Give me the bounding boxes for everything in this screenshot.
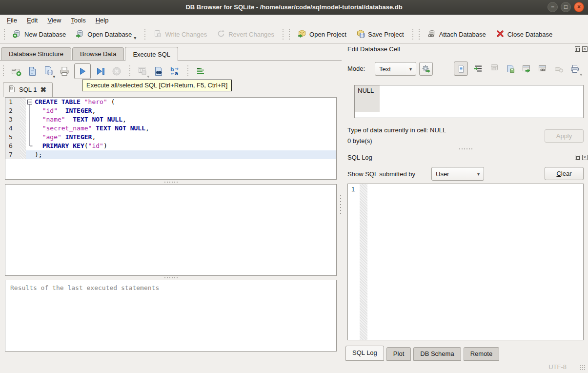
write-changes-icon	[153, 29, 162, 40]
execute-current-line-button[interactable]	[94, 65, 107, 78]
dock-tab-remote[interactable]: Remote	[464, 347, 500, 361]
gear-icon	[421, 64, 431, 74]
results-table-pane[interactable]	[5, 184, 337, 276]
menu-help[interactable]: Help	[91, 16, 114, 25]
open-project-button[interactable]: Open Project	[293, 27, 351, 42]
close-database-icon	[496, 29, 505, 40]
open-database-icon	[76, 29, 84, 40]
code-line[interactable]: 5 "age" INTEGER,	[5, 133, 336, 142]
dock-close-icon[interactable]: ×	[582, 46, 588, 52]
open-database-button[interactable]: Open Database ▾	[71, 27, 141, 42]
stop-button[interactable]	[110, 65, 123, 78]
mode-select[interactable]: Text ▾	[375, 62, 416, 76]
indent-icon	[473, 64, 483, 74]
code-line[interactable]: 1CREATE TABLE "hero" (	[5, 98, 336, 106]
open-sql-file-button[interactable]	[26, 65, 39, 78]
write-changes-button[interactable]: Write Changes	[149, 27, 211, 42]
sql-log-view[interactable]: 1	[347, 184, 584, 340]
log-filter-caret-icon: ▾	[477, 171, 480, 177]
dock-float-icon[interactable]	[575, 46, 580, 52]
menu-file[interactable]: File	[2, 16, 22, 25]
code-line[interactable]: 6 PRIMARY KEY("id")	[5, 142, 336, 150]
dock-tab-db-schema[interactable]: DB Schema	[413, 347, 461, 361]
save-sql-file-button[interactable]: ▾	[42, 65, 55, 78]
print-cell-button[interactable]	[569, 64, 581, 74]
code-line[interactable]: 4 "secret_name" TEXT NOT NULL,	[5, 124, 336, 133]
dock-tab-bar: SQL Log Plot DB Schema Remote	[345, 346, 499, 361]
export-data-button[interactable]	[505, 64, 516, 74]
save-results-button[interactable]: ▾	[136, 65, 149, 78]
clear-log-button[interactable]: Clear	[545, 167, 584, 180]
toolbar-handle[interactable]	[418, 29, 421, 41]
close-database-button[interactable]: Close Database	[491, 27, 557, 42]
sql-toolbar-separator	[128, 65, 131, 77]
document-icon	[457, 64, 466, 73]
results-splitter[interactable]	[5, 276, 337, 280]
dock-tab-sql-log[interactable]: SQL Log	[345, 346, 384, 361]
new-sql-tab-button[interactable]	[10, 65, 22, 78]
import-caret-icon: ▾	[580, 72, 582, 77]
encoding-indicator[interactable]: UTF-8	[548, 363, 567, 371]
app-window: DB Browser for SQLite - /home/user/code/…	[0, 0, 588, 373]
revert-changes-button[interactable]: Revert Changes	[212, 27, 279, 42]
execute-sql-button[interactable]	[74, 63, 91, 79]
sql-log-title: SQL Log	[347, 154, 372, 161]
word-wrap-button[interactable]	[472, 64, 484, 74]
save-results-caret-icon[interactable]: ▾	[147, 74, 149, 79]
toolbar-separator	[411, 29, 414, 41]
toolbar-handle[interactable]	[3, 29, 6, 41]
dock-float-icon[interactable]	[575, 155, 580, 160]
open-external-button[interactable]	[521, 64, 532, 74]
code-line[interactable]: 7);	[5, 150, 336, 159]
apply-button[interactable]: Apply	[545, 129, 584, 143]
sql-toolbar-handle[interactable]	[2, 65, 5, 77]
log-filter-label: Show SQL submitted by	[347, 170, 415, 178]
import-data-button[interactable]: ▾	[488, 63, 500, 74]
sql-1-tab[interactable]: SQL 1 ✖	[3, 82, 53, 97]
maximize-icon[interactable]: □	[561, 2, 571, 12]
save-project-button[interactable]: Save Project	[352, 27, 408, 42]
edit-cell-title: Edit Database Cell	[347, 45, 400, 53]
apply-mode-button[interactable]	[419, 62, 433, 76]
menu-view[interactable]: View	[42, 16, 66, 25]
sql-code-editor[interactable]: 1CREATE TABLE "hero" (2 "id" INTEGER,3 "…	[5, 97, 337, 180]
copy-link-button[interactable]	[537, 64, 548, 74]
code-line[interactable]: 2 "id" INTEGER,	[5, 106, 336, 115]
resize-grip[interactable]	[580, 365, 586, 371]
menu-edit[interactable]: Edit	[22, 16, 42, 25]
tab-execute-sql[interactable]: Execute SQL	[125, 47, 178, 61]
sql-tab-close-icon[interactable]: ✖	[40, 87, 46, 93]
dock-close-icon[interactable]: ×	[582, 155, 588, 160]
attach-database-icon	[427, 29, 436, 40]
code-line[interactable]: 3 "name" TEXT NOT NULL,	[5, 115, 336, 124]
title-bar[interactable]: DB Browser for SQLite - /home/user/code/…	[0, 0, 588, 15]
dock-splitter[interactable]	[347, 147, 584, 151]
mode-label: Mode:	[347, 65, 365, 72]
menu-tools[interactable]: Tools	[66, 16, 90, 25]
save-project-icon	[356, 29, 365, 40]
dock-tab-plot[interactable]: Plot	[386, 347, 411, 361]
main-toolbar: New Database Open Database ▾ Write Chang…	[0, 25, 588, 44]
save-sql-caret-icon[interactable]: ▾	[53, 74, 55, 79]
results-message-pane[interactable]: Results of the last executed statements	[5, 280, 337, 352]
find-replace-button[interactable]: ba	[168, 65, 181, 78]
text-mode-button[interactable]	[454, 62, 468, 76]
attach-database-button[interactable]: Attach Database	[423, 27, 490, 42]
close-icon[interactable]: ×	[574, 2, 584, 12]
toolbar-handle[interactable]	[288, 29, 291, 41]
format-sql-button[interactable]	[194, 65, 207, 78]
find-button[interactable]	[152, 65, 165, 78]
cell-value-editor[interactable]: NULL	[354, 85, 584, 118]
open-database-caret-icon[interactable]: ▾	[134, 37, 136, 40]
new-database-button[interactable]: New Database	[8, 27, 70, 42]
sql-toolbar: ▾ ▾ ba	[1, 62, 338, 80]
sql-toolbar-separator	[186, 65, 189, 77]
panel-splitter[interactable]	[340, 195, 342, 215]
log-filter-select[interactable]: User ▾	[431, 167, 484, 181]
tab-browse-data[interactable]: Browse Data	[72, 47, 124, 61]
editor-splitter[interactable]	[5, 180, 337, 184]
set-null-button[interactable]	[553, 64, 565, 74]
print-button[interactable]	[58, 65, 71, 78]
tab-database-structure[interactable]: Database Structure	[1, 47, 71, 61]
minimize-icon[interactable]: −	[547, 2, 558, 12]
